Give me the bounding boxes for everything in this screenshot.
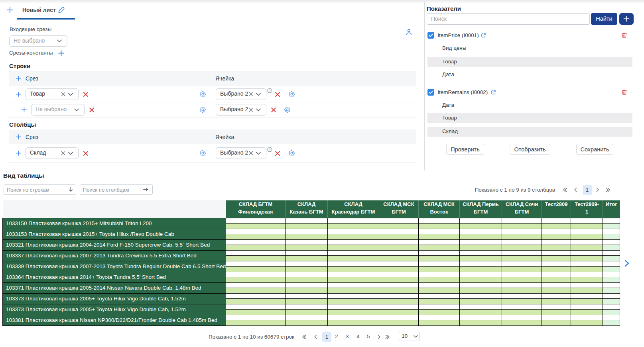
svg-text:?: ? [269,148,271,151]
svg-text:?: ? [269,89,271,92]
